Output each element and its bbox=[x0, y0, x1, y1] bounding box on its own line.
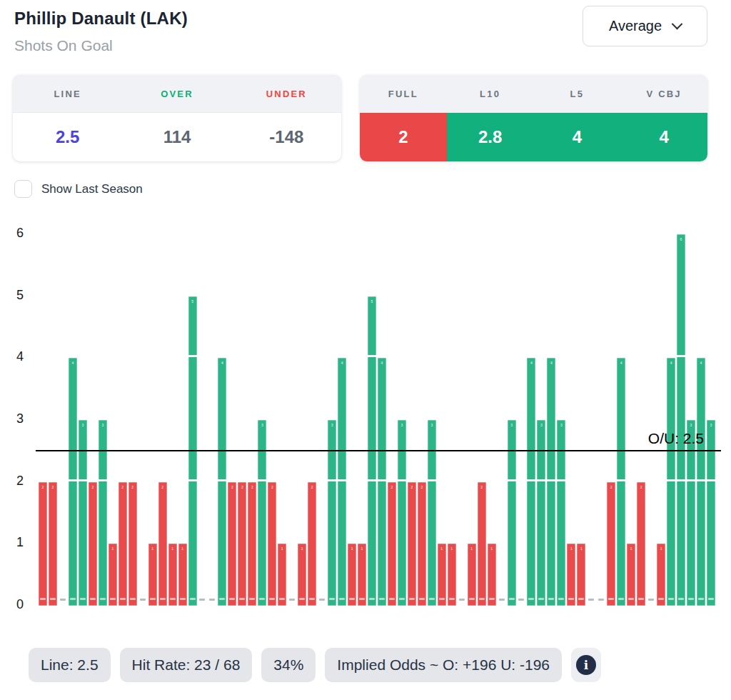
game-bar-under[interactable]: 1 bbox=[358, 544, 366, 606]
game-bar-under[interactable]: 2 bbox=[478, 482, 486, 606]
bar-value-label: 4 bbox=[617, 361, 625, 365]
game-bar-under[interactable]: 1 bbox=[448, 544, 456, 606]
x-tick-label bbox=[279, 598, 285, 600]
bar-break-line bbox=[188, 479, 197, 481]
game-bar-under[interactable]: 1 bbox=[348, 544, 356, 606]
x-tick-label bbox=[608, 598, 614, 600]
game-bar-under[interactable]: 2 bbox=[128, 482, 137, 606]
game-bar-under[interactable]: 2 bbox=[607, 482, 615, 606]
game-bar-under[interactable]: 1 bbox=[278, 544, 286, 606]
x-tick-label bbox=[319, 599, 325, 601]
bar-value-label: 4 bbox=[338, 361, 346, 365]
game-bar-over[interactable]: 4 bbox=[378, 358, 386, 606]
game-bar-under[interactable]: 1 bbox=[438, 544, 446, 606]
game-column: 2 bbox=[308, 234, 316, 606]
game-bar-under[interactable]: 1 bbox=[109, 544, 117, 606]
game-bar-over[interactable]: 3 bbox=[328, 420, 336, 606]
game-bar-under[interactable]: 2 bbox=[388, 482, 396, 606]
game-bar-under[interactable]: 2 bbox=[418, 482, 426, 606]
bar-value-label: 2 bbox=[418, 486, 425, 489]
game-bar-under[interactable]: 2 bbox=[228, 482, 236, 606]
game-column: 4 bbox=[697, 234, 705, 606]
splits-card: FULL L10 L5 V CBJ 2 2.8 4 4 bbox=[360, 75, 707, 161]
game-bar-over[interactable]: 3 bbox=[687, 420, 695, 606]
game-bar-under[interactable]: 2 bbox=[39, 482, 47, 606]
game-bar-under[interactable]: 2 bbox=[248, 482, 256, 606]
game-bar-under[interactable]: 1 bbox=[627, 544, 635, 606]
bar-break-line bbox=[557, 479, 565, 481]
bar-value-label: 1 bbox=[448, 547, 455, 551]
game-bar-under[interactable]: 1 bbox=[148, 544, 157, 606]
game-bar-over[interactable]: 4 bbox=[527, 358, 535, 606]
l5-average-value: 4 bbox=[534, 113, 621, 161]
game-bar-over[interactable]: 4 bbox=[697, 358, 705, 606]
game-bar-under[interactable]: 2 bbox=[119, 482, 127, 606]
game-bar-under[interactable]: 1 bbox=[178, 544, 187, 606]
game-bar-over[interactable]: 4 bbox=[547, 358, 555, 606]
stat-subtitle: Shots On Goal bbox=[14, 37, 113, 54]
odds-card-values: 2.5 114 -148 bbox=[13, 113, 341, 161]
stat-mode-dropdown[interactable]: Average bbox=[583, 6, 707, 46]
game-bar-over[interactable]: 3 bbox=[508, 420, 516, 606]
game-bar-under[interactable]: 1 bbox=[488, 544, 496, 606]
game-bar-under[interactable]: 1 bbox=[567, 544, 575, 606]
game-bar-under[interactable]: 1 bbox=[168, 544, 177, 606]
game-bar-under[interactable]: 1 bbox=[577, 544, 585, 606]
game-bar-over[interactable]: 4 bbox=[667, 358, 675, 606]
game-bar-under[interactable]: 2 bbox=[408, 482, 416, 606]
game-bar-over[interactable]: 3 bbox=[79, 420, 87, 606]
x-tick-label bbox=[140, 599, 146, 601]
x-tick-label bbox=[479, 598, 485, 600]
game-bar-under[interactable]: 1 bbox=[298, 544, 306, 606]
x-tick-label bbox=[199, 599, 205, 601]
x-tick-label bbox=[349, 598, 355, 600]
game-bar-under[interactable]: 2 bbox=[308, 482, 316, 606]
game-bar-over[interactable]: 6 bbox=[677, 234, 685, 606]
bar-value-label: 3 bbox=[558, 424, 565, 427]
game-bar-over[interactable]: 4 bbox=[338, 358, 346, 606]
bar-value-label: 3 bbox=[707, 424, 715, 427]
game-bar-under[interactable]: 2 bbox=[49, 482, 57, 606]
bar-value-label: 4 bbox=[378, 361, 385, 365]
game-bar-under[interactable]: 1 bbox=[657, 544, 665, 606]
game-bar-under[interactable]: 1 bbox=[468, 544, 476, 606]
game-bar-under[interactable]: 2 bbox=[637, 482, 645, 606]
game-bar-over[interactable]: 4 bbox=[617, 358, 625, 606]
game-column: 2 bbox=[418, 234, 426, 606]
game-bar-over[interactable]: 3 bbox=[99, 420, 107, 606]
game-column: 2 bbox=[49, 234, 57, 606]
game-column bbox=[59, 234, 67, 606]
x-tick-label bbox=[249, 598, 255, 600]
game-bar-over[interactable]: 3 bbox=[258, 420, 266, 606]
info-button[interactable]: i bbox=[571, 648, 601, 682]
game-bar-under[interactable]: 2 bbox=[238, 482, 246, 606]
game-column: 2 bbox=[478, 234, 486, 606]
vs-opponent-average-value: 4 bbox=[620, 113, 707, 161]
game-bar-over[interactable]: 4 bbox=[218, 358, 226, 606]
x-tick-label bbox=[548, 598, 554, 600]
game-bar-under[interactable]: 2 bbox=[268, 482, 276, 606]
show-last-season-checkbox[interactable] bbox=[14, 180, 32, 198]
odds-card: LINE OVER UNDER 2.5 114 -148 bbox=[13, 75, 341, 161]
game-column: 4 bbox=[378, 234, 386, 606]
game-bar-over[interactable]: 3 bbox=[707, 420, 715, 606]
l10-header: L10 bbox=[447, 75, 534, 112]
game-bar-over[interactable]: 3 bbox=[428, 420, 436, 606]
game-bar-over[interactable]: 3 bbox=[557, 420, 565, 606]
bar-value-label: 4 bbox=[667, 361, 675, 365]
x-tick-label bbox=[628, 598, 634, 600]
bar-value-label: 1 bbox=[179, 547, 186, 551]
bar-value-label: 3 bbox=[508, 424, 515, 427]
game-bar-over[interactable]: 3 bbox=[537, 420, 545, 606]
x-tick-label bbox=[289, 599, 295, 601]
x-tick-label bbox=[528, 598, 534, 600]
game-bar-under[interactable]: 2 bbox=[89, 482, 97, 606]
x-tick-label bbox=[359, 598, 365, 600]
game-bar-over[interactable]: 3 bbox=[398, 420, 406, 606]
game-bar-over[interactable]: 4 bbox=[69, 358, 77, 606]
splits-card-header: FULL L10 L5 V CBJ bbox=[360, 75, 707, 113]
game-bar-under[interactable]: 2 bbox=[158, 482, 167, 606]
game-column: 1 bbox=[109, 234, 117, 606]
bar-value-label: 2 bbox=[308, 486, 316, 489]
game-column bbox=[498, 234, 506, 606]
